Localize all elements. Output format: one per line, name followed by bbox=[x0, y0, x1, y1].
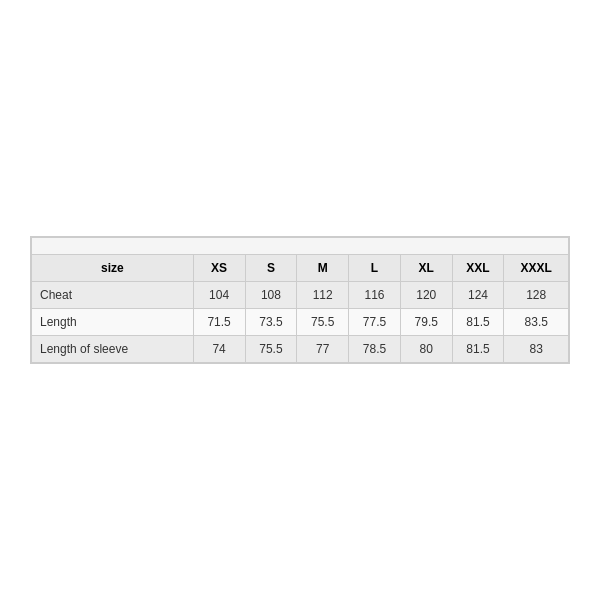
cell-value: 79.5 bbox=[400, 309, 452, 336]
cell-value: 75.5 bbox=[297, 309, 349, 336]
cell-value: 73.5 bbox=[245, 309, 297, 336]
header-l: L bbox=[349, 255, 401, 282]
header-size: size bbox=[32, 255, 194, 282]
cell-value: 71.5 bbox=[193, 309, 245, 336]
header-row: size XS S M L XL XXL XXXL bbox=[32, 255, 569, 282]
table-row: Cheat104108112116120124128 bbox=[32, 282, 569, 309]
table-row: Length of sleeve7475.57778.58081.583 bbox=[32, 336, 569, 363]
cell-value: 81.5 bbox=[452, 309, 504, 336]
cell-value: 108 bbox=[245, 282, 297, 309]
cell-value: 74 bbox=[193, 336, 245, 363]
size-chart-container: size XS S M L XL XXL XXXL Cheat104108112… bbox=[30, 236, 570, 364]
row-label: Cheat bbox=[32, 282, 194, 309]
header-m: M bbox=[297, 255, 349, 282]
cell-value: 124 bbox=[452, 282, 504, 309]
table-title bbox=[32, 238, 569, 255]
header-s: S bbox=[245, 255, 297, 282]
size-chart-table: size XS S M L XL XXL XXXL Cheat104108112… bbox=[31, 237, 569, 363]
cell-value: 81.5 bbox=[452, 336, 504, 363]
cell-value: 80 bbox=[400, 336, 452, 363]
cell-value: 112 bbox=[297, 282, 349, 309]
title-row bbox=[32, 238, 569, 255]
row-label: Length of sleeve bbox=[32, 336, 194, 363]
header-xs: XS bbox=[193, 255, 245, 282]
cell-value: 77.5 bbox=[349, 309, 401, 336]
cell-value: 128 bbox=[504, 282, 569, 309]
cell-value: 120 bbox=[400, 282, 452, 309]
row-label: Length bbox=[32, 309, 194, 336]
table-row: Length71.573.575.577.579.581.583.5 bbox=[32, 309, 569, 336]
cell-value: 83 bbox=[504, 336, 569, 363]
cell-value: 83.5 bbox=[504, 309, 569, 336]
cell-value: 104 bbox=[193, 282, 245, 309]
cell-value: 116 bbox=[349, 282, 401, 309]
header-xxl: XXL bbox=[452, 255, 504, 282]
header-xxxl: XXXL bbox=[504, 255, 569, 282]
cell-value: 75.5 bbox=[245, 336, 297, 363]
cell-value: 78.5 bbox=[349, 336, 401, 363]
cell-value: 77 bbox=[297, 336, 349, 363]
header-xl: XL bbox=[400, 255, 452, 282]
